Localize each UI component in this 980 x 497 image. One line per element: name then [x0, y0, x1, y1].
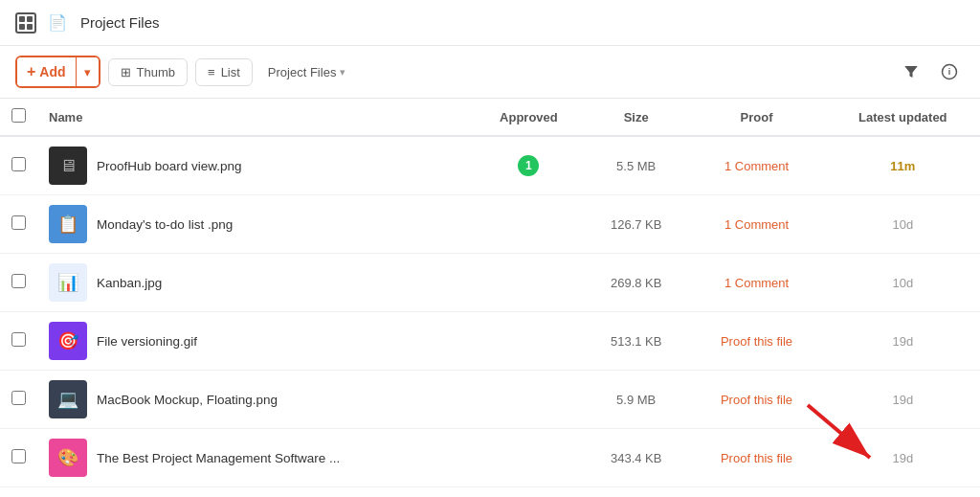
row-checkbox-cell [0, 312, 37, 371]
updated-time: 10d [892, 217, 913, 232]
row-checkbox[interactable] [11, 157, 26, 171]
proof-cell: Proof this file [687, 429, 825, 487]
sidebar-toggle-icon[interactable] [15, 12, 36, 34]
updated-time-highlight: 11m [890, 159, 915, 173]
row-checkbox-cell [0, 487, 37, 498]
row-checkbox[interactable] [11, 449, 26, 463]
updated-time: 19d [892, 334, 913, 349]
file-thumbnail: 🎨 [49, 439, 87, 477]
file-name-cell: 🎨 The Best Project Management Software .… [37, 429, 473, 487]
approved-cell: 1 [473, 136, 585, 195]
row-checkbox-cell [0, 371, 37, 429]
files-table: Name Approved Size Proof Latest updated … [0, 99, 980, 497]
size-cell: 343.4 KB [585, 429, 687, 487]
thumb-view-button[interactable]: ⊞ Thumb [108, 58, 188, 86]
breadcrumb-label: Project Files [268, 65, 337, 79]
size-cell: 5.5 MB [585, 136, 687, 195]
updated-cell: 19d [826, 371, 980, 429]
col-header-updated: Latest updated [826, 99, 980, 136]
updated-time: 19d [892, 393, 913, 407]
updated-cell: 19d [826, 312, 980, 371]
file-size: 5.9 MB [616, 393, 656, 407]
files-table-container: Name Approved Size Proof Latest updated … [0, 99, 980, 497]
proof-comment-link[interactable]: 1 Comment [724, 159, 789, 173]
row-checkbox[interactable] [11, 391, 26, 405]
approved-cell [473, 312, 585, 371]
file-name-text: ProofHub board view.png [97, 159, 242, 173]
toolbar: + Add ▾ ⊞ Thumb ≡ List Project Files ▾ i [0, 46, 980, 99]
add-button-group: + Add ▾ [15, 56, 100, 88]
file-thumbnail: 📊 [49, 263, 87, 302]
breadcrumb-chevron-icon: ▾ [340, 66, 345, 79]
table-row: 🖥 ProofHub board view.png 1 5.5 MB 1 Com… [0, 136, 980, 195]
row-checkbox-cell [0, 429, 37, 487]
add-button[interactable]: + Add [17, 57, 76, 86]
col-header-size: Size [585, 99, 687, 136]
proof-cell: 1 Comment [687, 136, 825, 195]
grid-view-icon: ⊞ [121, 65, 131, 79]
size-cell: 5.9 MB [585, 371, 687, 429]
file-name-cell: 📊 Kanban.jpg [37, 254, 473, 312]
approved-badge: 1 [518, 155, 539, 176]
proof-cell: 1 Comment [687, 254, 825, 312]
proof-cell: Proof this file [687, 371, 825, 429]
plus-icon: + [27, 63, 35, 80]
row-checkbox-cell [0, 136, 37, 195]
top-bar: 📄 Project Files [0, 0, 980, 46]
row-checkbox[interactable] [11, 215, 26, 230]
filter-icon [902, 63, 920, 80]
size-cell: 269.8 KB [585, 254, 687, 312]
file-size: 513.1 KB [611, 334, 662, 349]
col-header-name: Name [37, 99, 473, 136]
row-checkbox-cell [0, 254, 37, 312]
list-view-button[interactable]: ≡ List [195, 58, 253, 86]
proof-cell: Add comment [687, 487, 825, 498]
table-row: < /> offer.html 14.6 KB Add comment 19d [0, 487, 980, 498]
proof-this-file-link[interactable]: Proof this file [721, 334, 792, 349]
file-size: 343.4 KB [611, 451, 662, 465]
size-cell: 513.1 KB [585, 312, 687, 371]
table-row: 📊 Kanban.jpg 269.8 KB 1 Comment 10d [0, 254, 980, 312]
file-name-cell: 💻 MacBook Mockup, Floating.png [37, 371, 473, 429]
filter-button[interactable] [896, 56, 926, 87]
add-dropdown-button[interactable]: ▾ [76, 57, 99, 86]
proof-comment-link[interactable]: 1 Comment [724, 217, 789, 232]
file-name-text: MacBook Mockup, Floating.png [97, 393, 278, 407]
file-name-text: Kanban.jpg [97, 276, 162, 290]
approved-cell [473, 429, 585, 487]
proof-this-file-link[interactable]: Proof this file [721, 451, 792, 465]
row-checkbox[interactable] [11, 332, 26, 347]
file-name-cell: 📋 Monday's to-do list .png [37, 195, 473, 254]
file-size: 5.5 MB [616, 159, 656, 173]
file-thumbnail: 🖥 [49, 147, 87, 185]
breadcrumb[interactable]: Project Files ▾ [268, 65, 346, 79]
proof-cell: Proof this file [687, 312, 825, 371]
table-row: 📋 Monday's to-do list .png 126.7 KB 1 Co… [0, 195, 980, 254]
list-label: List [221, 65, 240, 79]
file-thumbnail: 📋 [49, 205, 87, 243]
approved-cell [473, 371, 585, 429]
updated-time: 10d [892, 276, 913, 290]
updated-cell: 11m [826, 136, 980, 195]
file-name-cell: 🎯 File versioning.gif [37, 312, 473, 371]
table-header-row: Name Approved Size Proof Latest updated [0, 99, 980, 136]
col-header-approved: Approved [473, 99, 585, 136]
svg-text:i: i [948, 67, 951, 77]
thumb-label: Thumb [137, 65, 175, 79]
info-button[interactable]: i [934, 56, 965, 87]
row-checkbox[interactable] [11, 274, 26, 288]
info-icon: i [941, 63, 958, 80]
size-cell: 126.7 KB [585, 195, 687, 254]
updated-cell: 19d [826, 429, 980, 487]
proof-this-file-link[interactable]: Proof this file [721, 393, 792, 407]
select-all-checkbox[interactable] [11, 108, 26, 123]
file-name-cell: 🖥 ProofHub board view.png [37, 136, 473, 195]
approved-cell [473, 195, 585, 254]
file-size: 269.8 KB [611, 276, 662, 290]
file-size: 126.7 KB [611, 217, 662, 232]
file-thumbnail: 🎯 [49, 322, 87, 360]
chevron-down-icon: ▾ [84, 65, 91, 79]
updated-cell: 10d [826, 195, 980, 254]
table-row: 🎨 The Best Project Management Software .… [0, 429, 980, 487]
proof-comment-link[interactable]: 1 Comment [724, 276, 789, 290]
